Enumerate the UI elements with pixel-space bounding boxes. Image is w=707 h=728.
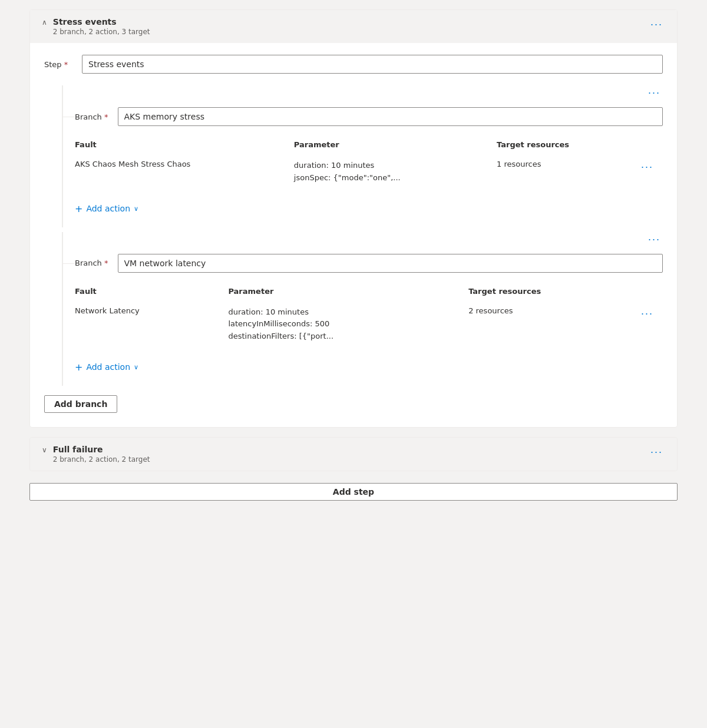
branch-2-label: Branch * bbox=[75, 259, 108, 267]
stress-events-more-button[interactable]: ··· bbox=[648, 17, 665, 32]
fault-table-1: Fault Parameter Target resources AKS Cha… bbox=[75, 135, 663, 190]
action-1-more-button[interactable]: ··· bbox=[639, 160, 656, 174]
full-failure-subtitle: 2 branch, 2 action, 2 target bbox=[53, 455, 150, 464]
chevron-down-1-icon: ∨ bbox=[134, 205, 138, 213]
branch-1-required-star: * bbox=[104, 112, 108, 121]
fault-col-1: Fault bbox=[75, 135, 294, 154]
full-failure-collapse-icon: ∨ bbox=[42, 446, 47, 454]
branch-1-more-button[interactable]: ··· bbox=[646, 85, 663, 100]
full-failure-header-text: Full failure 2 branch, 2 action, 2 targe… bbox=[53, 445, 150, 464]
add-action-1-label: Add action bbox=[86, 204, 130, 213]
step-input[interactable] bbox=[82, 55, 663, 74]
plus-icon-2: + bbox=[75, 362, 82, 373]
action-col-2 bbox=[639, 282, 663, 300]
param-value-2: duration: 10 minuteslatencyInMillisecond… bbox=[228, 300, 468, 349]
action-more-2: ··· bbox=[639, 300, 663, 349]
fault-name-2: Network Latency bbox=[75, 300, 228, 349]
step-header-text: Stress events 2 branch, 2 action, 3 targ… bbox=[53, 17, 150, 36]
add-action-2-button[interactable]: + Add action ∨ bbox=[75, 358, 138, 376]
plus-icon-1: + bbox=[75, 203, 82, 214]
step-label: Step * bbox=[44, 60, 72, 69]
full-failure-more-button[interactable]: ··· bbox=[648, 445, 665, 459]
branch-1-header-row: Branch * bbox=[75, 107, 663, 126]
branch-1-more-row: ··· bbox=[75, 85, 663, 100]
add-action-1-button[interactable]: + Add action ∨ bbox=[75, 200, 138, 218]
action-2-more-button[interactable]: ··· bbox=[639, 306, 656, 321]
fault-col-2: Fault bbox=[75, 282, 228, 300]
target-value-2: 2 resources bbox=[468, 300, 639, 349]
table-row: AKS Chaos Mesh Stress Chaos duration: 10… bbox=[75, 154, 663, 190]
stress-events-subtitle: 2 branch, 2 action, 3 target bbox=[53, 28, 150, 36]
full-failure-header[interactable]: ∨ Full failure 2 branch, 2 action, 2 tar… bbox=[30, 438, 677, 471]
branch-1-input[interactable] bbox=[118, 107, 663, 126]
action-col-1 bbox=[639, 135, 663, 154]
branch-2-more-button[interactable]: ··· bbox=[646, 232, 663, 247]
branch-2-input[interactable] bbox=[118, 254, 663, 273]
page-container: ∧ Stress events 2 branch, 2 action, 3 ta… bbox=[29, 9, 678, 501]
add-step-button[interactable]: Add step bbox=[29, 483, 678, 501]
fault-table-2-header-row: Fault Parameter Target resources bbox=[75, 282, 663, 300]
stress-events-card: ∧ Stress events 2 branch, 2 action, 3 ta… bbox=[29, 9, 678, 428]
stress-events-header[interactable]: ∧ Stress events 2 branch, 2 action, 3 ta… bbox=[30, 10, 677, 43]
branch-1-label: Branch * bbox=[75, 112, 108, 121]
branch-2-section: ··· Branch * Fault Parameter bbox=[62, 232, 663, 386]
add-branch-button[interactable]: Add branch bbox=[44, 395, 117, 413]
fault-table-2: Fault Parameter Target resources Network… bbox=[75, 282, 663, 349]
fault-table-1-header-row: Fault Parameter Target resources bbox=[75, 135, 663, 154]
stress-events-title: Stress events bbox=[53, 17, 150, 27]
stress-events-body: Step * ··· Branch * bbox=[30, 43, 677, 427]
step-header-left: ∧ Stress events 2 branch, 2 action, 3 ta… bbox=[42, 17, 150, 36]
full-failure-title: Full failure bbox=[53, 445, 150, 454]
branch-2-header-row: Branch * bbox=[75, 254, 663, 273]
chevron-down-2-icon: ∨ bbox=[134, 363, 138, 371]
add-action-2-label: Add action bbox=[86, 362, 130, 372]
action-more-1: ··· bbox=[639, 154, 663, 190]
parameter-col-2: Parameter bbox=[228, 282, 468, 300]
full-failure-card: ∨ Full failure 2 branch, 2 action, 2 tar… bbox=[29, 437, 678, 471]
target-col-2: Target resources bbox=[468, 282, 639, 300]
parameter-col-1: Parameter bbox=[294, 135, 497, 154]
branch-2-more-row: ··· bbox=[75, 232, 663, 247]
step-field-row: Step * bbox=[44, 55, 663, 74]
step-required-star: * bbox=[64, 60, 68, 69]
full-failure-header-left: ∨ Full failure 2 branch, 2 action, 2 tar… bbox=[42, 445, 150, 464]
branch-1-section: ··· Branch * Fault Parameter bbox=[62, 85, 663, 227]
fault-name-1: AKS Chaos Mesh Stress Chaos bbox=[75, 154, 294, 190]
table-row: Network Latency duration: 10 minuteslate… bbox=[75, 300, 663, 349]
param-value-1: duration: 10 minutesjsonSpec: {"mode":"o… bbox=[294, 154, 497, 190]
target-col-1: Target resources bbox=[497, 135, 639, 154]
branch-2-required-star: * bbox=[104, 259, 108, 267]
target-value-1: 1 resources bbox=[497, 154, 639, 190]
collapse-icon: ∧ bbox=[42, 18, 47, 27]
